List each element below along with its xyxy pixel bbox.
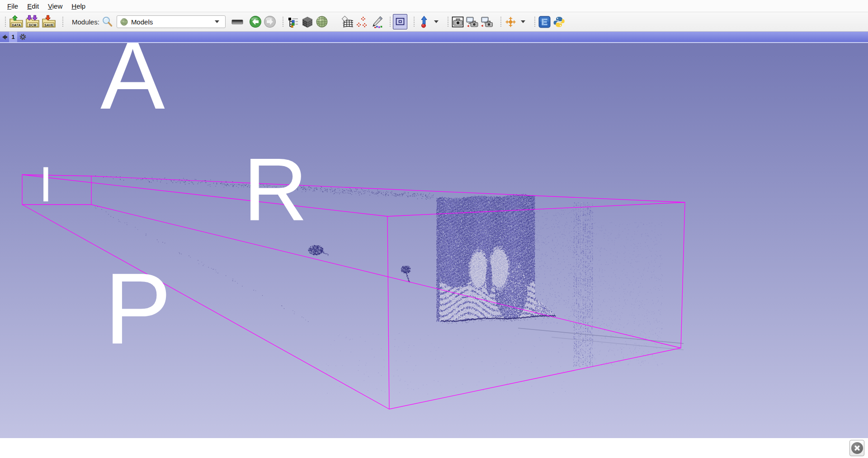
toolbar-handle[interactable] [61,16,64,28]
data-manager-tree-icon [287,16,299,28]
python-icon [553,16,565,28]
menu-file[interactable]: File [3,1,23,11]
svg-text:SAVE: SAVE [44,23,53,27]
mesh-inspector-button[interactable] [340,14,354,29]
point-clusters-icon [355,15,368,28]
status-bar [0,438,868,458]
mesh-sphere-icon [316,15,328,28]
toolbar-handle[interactable] [447,16,449,28]
menu-help[interactable]: Help [67,1,90,11]
modules-combobox-value: Models [131,18,153,26]
orientation-label-R: R [243,145,307,234]
models-module-icon [120,18,128,26]
orientation-label-P: P [104,258,171,359]
grid-magnifier-icon [341,15,354,28]
segmentation-pen-icon [370,15,382,28]
toolbar-handle[interactable] [533,16,536,28]
screenshot-button[interactable] [451,14,465,29]
orientation-label-I: I [39,159,53,209]
toolbar-handle[interactable] [500,16,502,28]
arrow-left-icon [1,33,8,41]
chevron-down-icon[interactable] [521,20,525,23]
plugin-e-icon [538,16,551,28]
crosshair-button[interactable] [504,14,518,29]
level-window-button[interactable] [230,14,245,29]
menu-bar: File Edit View Help [0,0,868,12]
tab-1[interactable]: 1 [9,32,17,42]
close-button[interactable] [849,440,864,456]
screen-camera-icon [466,16,479,28]
arrow-up-red-ball-icon [419,15,429,28]
import-dicom-button[interactable]: DCM [24,14,41,29]
toolbar-handle[interactable] [4,16,7,28]
redo-icon [264,15,276,28]
folder-arrow-up-icon: DATA [9,15,24,29]
toolbar-handle[interactable] [389,16,392,28]
svg-text:DATA: DATA [12,23,21,27]
orientation-label-A: A [100,43,165,124]
navigation-cube-icon [301,15,314,28]
chevron-down-icon [215,20,219,23]
open-data-button[interactable]: DATA [8,14,24,29]
bounding-box-icon [395,16,406,27]
menu-edit[interactable]: Edit [23,1,43,11]
view-tab-bar: 1 [0,32,868,43]
data-manager-button[interactable] [286,14,300,29]
redo-button[interactable] [263,14,277,29]
search-icon [101,16,113,28]
bounding-box-tool-button[interactable] [393,14,407,29]
crosshair-icon [505,16,517,28]
models-view-button[interactable] [315,14,329,29]
screenshot-3d-button[interactable] [465,14,480,29]
modules-combobox[interactable]: Models [117,15,226,28]
level-window-icon [231,16,243,28]
movie-camera-icon [481,16,493,28]
menu-view[interactable]: View [43,1,67,11]
modules-label: Modules: [72,18,99,26]
gear-icon [19,33,26,40]
toolbar-handle[interactable] [413,16,415,28]
save-data-button[interactable]: SAVE [41,14,57,29]
toolbar: DATA DCM SAVE Modules: [0,12,868,32]
segmentation-button[interactable] [369,14,383,29]
screenshot-camera-icon [452,16,464,28]
undo-button[interactable] [248,14,263,29]
chevron-down-icon[interactable] [434,20,439,23]
svg-text:DCM: DCM [28,23,36,27]
toolbar-handle[interactable] [282,16,284,28]
navigation-cube-button[interactable] [300,14,315,29]
tab-settings-button[interactable] [17,32,28,42]
folder-arrow-down-icon: SAVE [41,15,57,29]
point-set-button[interactable] [354,14,369,29]
close-icon [851,442,863,454]
plugin-e-button[interactable] [538,14,552,29]
python-console-button[interactable] [552,14,566,29]
render-window-3d[interactable]: ARIP [0,43,868,438]
movie-maker-button[interactable] [480,14,494,29]
folder-double-arrow-down-icon: DCM [25,15,40,29]
undo-icon [249,15,262,28]
upload-tracking-button[interactable] [417,14,431,29]
tab-back-button[interactable] [0,32,9,42]
